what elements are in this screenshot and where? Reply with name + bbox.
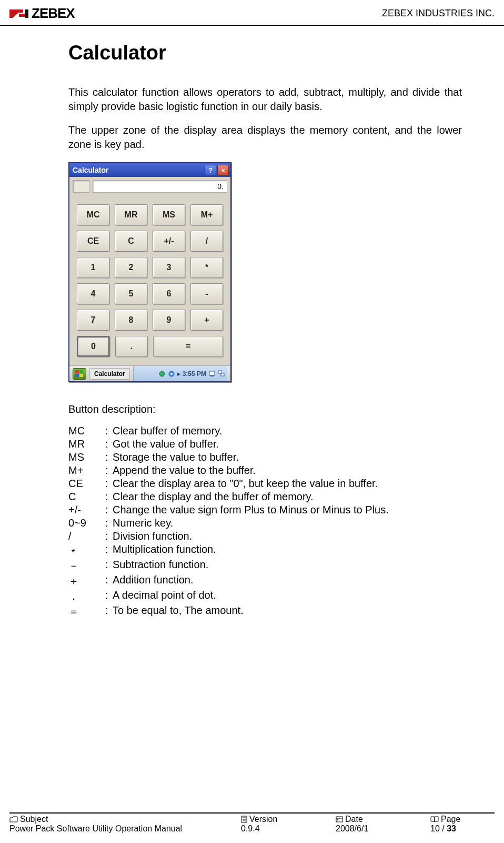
key-8[interactable]: 8 <box>115 310 147 331</box>
taskbar-clock: 3:55 PM <box>183 370 206 378</box>
taskbar: Calculator ▸ 3:55 PM <box>69 365 230 381</box>
tray-separator: ▸ <box>177 370 180 378</box>
svg-marker-2 <box>19 14 25 17</box>
description-heading: Button description: <box>68 403 462 415</box>
key-c[interactable]: C <box>115 231 147 252</box>
company-name: ZEBEX INDUSTRIES INC. <box>382 8 495 19</box>
desc-row: CE:Clear the display area to "0", but ke… <box>68 478 462 490</box>
calculator-window: Calculator ? × 0. MC MR MS M+ CE C +/- <box>68 162 231 382</box>
desc-row: +/-:Change the value sign form Plus to M… <box>68 504 462 516</box>
svg-marker-1 <box>17 9 23 13</box>
key-dot[interactable]: . <box>115 336 148 357</box>
key-3[interactable]: 3 <box>153 257 185 278</box>
footer-date-value: 2008/6/1 <box>336 824 430 834</box>
desc-row: ﹡:Multiplication function. <box>68 543 462 558</box>
svg-rect-7 <box>79 374 83 377</box>
intro-paragraph-1: This calculator function allows operator… <box>68 85 462 114</box>
key-plus[interactable]: + <box>190 310 223 331</box>
start-button[interactable] <box>73 368 86 380</box>
document-icon <box>241 816 247 823</box>
page-title: Calculator <box>68 42 462 64</box>
key-minus[interactable]: - <box>190 283 223 304</box>
calendar-icon <box>336 816 343 822</box>
logo-text: ZEBEX <box>32 5 75 22</box>
svg-rect-11 <box>209 371 215 375</box>
windows-flag-icon <box>75 370 84 378</box>
footer-subject-value: Power Pack Software Utility Operation Ma… <box>9 824 241 834</box>
svg-point-10 <box>170 373 173 375</box>
key-ms[interactable]: MS <box>153 204 185 225</box>
key-divide[interactable]: / <box>190 231 223 252</box>
key-4[interactable]: 4 <box>77 283 109 304</box>
logo: ZEBEX <box>9 5 75 22</box>
svg-rect-19 <box>336 817 342 822</box>
display-row: 0. <box>73 180 227 193</box>
close-button[interactable]: × <box>217 165 229 175</box>
tray-desktop-icon[interactable] <box>208 370 216 378</box>
svg-marker-3 <box>25 9 28 18</box>
footer-subject-label: Subject <box>9 815 241 824</box>
keypad: MC MR MS M+ CE C +/- / 1 2 3 * <box>73 202 227 362</box>
page-content: Calculator This calculator function allo… <box>0 26 504 619</box>
page-footer: Subject Version Date Page Power Pack Sof… <box>9 812 495 834</box>
key-multiply[interactable]: * <box>190 257 223 278</box>
key-mplus[interactable]: M+ <box>190 204 223 225</box>
key-6[interactable]: 6 <box>153 283 185 304</box>
description-list: MC:Clear buffer of memory. MR:Got the va… <box>68 425 462 619</box>
desc-row: MS:Storage the value to buffer. <box>68 451 462 463</box>
footer-page-label: Page <box>430 815 493 824</box>
key-mc[interactable]: MC <box>77 204 109 225</box>
desc-row: MC:Clear buffer of memory. <box>68 425 462 437</box>
key-5[interactable]: 5 <box>115 283 147 304</box>
svg-rect-4 <box>75 370 79 373</box>
key-ce[interactable]: CE <box>77 231 109 252</box>
key-9[interactable]: 9 <box>153 310 185 331</box>
desc-row: ．:A decimal point of dot. <box>68 589 462 603</box>
tray-volume-icon[interactable] <box>168 370 175 378</box>
footer-version-label: Version <box>241 815 336 824</box>
footer-version-value: 0.9.4 <box>241 824 336 834</box>
window-title: Calculator <box>73 166 204 174</box>
desc-row: ＋:Addition function. <box>68 574 462 588</box>
desc-row: /:Division function. <box>68 530 462 542</box>
svg-rect-21 <box>337 819 338 820</box>
desc-row: －:Subtraction function. <box>68 559 462 573</box>
svg-rect-14 <box>221 373 224 376</box>
calculator-body: 0. MC MR MS M+ CE C +/- / 1 2 3 <box>69 177 230 365</box>
desc-row: ＝:To be equal to, The amount. <box>68 604 462 619</box>
svg-rect-5 <box>79 370 83 373</box>
desc-row: M+:Append the value to the buffer. <box>68 464 462 477</box>
key-plusminus[interactable]: +/- <box>153 231 185 252</box>
key-7[interactable]: 7 <box>77 310 109 331</box>
desc-row: C:Clear the display and the buffer of me… <box>68 491 462 503</box>
folder-icon <box>9 816 18 822</box>
svg-rect-13 <box>218 371 221 373</box>
svg-point-8 <box>159 371 165 376</box>
titlebar: Calculator ? × <box>69 163 230 177</box>
intro-paragraph-2: The upper zone of the display area displ… <box>68 123 462 152</box>
key-mr[interactable]: MR <box>115 204 147 225</box>
key-0[interactable]: 0 <box>77 336 110 357</box>
system-tray: ▸ 3:55 PM <box>133 366 227 381</box>
desc-row: MR:Got the value of buffer. <box>68 438 462 450</box>
memory-indicator <box>73 180 89 193</box>
book-icon <box>430 816 439 822</box>
svg-rect-6 <box>75 374 79 377</box>
logo-mark-icon <box>9 7 28 20</box>
desc-row: 0~9:Numeric key. <box>68 517 462 529</box>
calculator-display: 0. <box>93 180 227 193</box>
footer-date-label: Date <box>336 815 430 824</box>
page-header: ZEBEX ZEBEX INDUSTRIES INC. <box>0 0 504 26</box>
help-button[interactable]: ? <box>205 165 216 175</box>
key-equals[interactable]: = <box>153 336 223 357</box>
key-1[interactable]: 1 <box>77 257 109 278</box>
tray-windows-icon[interactable] <box>218 370 225 378</box>
key-2[interactable]: 2 <box>115 257 147 278</box>
footer-page-value: 10 / 33 <box>430 824 493 834</box>
tray-network-icon[interactable] <box>158 370 166 378</box>
taskbar-app[interactable]: Calculator <box>89 368 130 380</box>
svg-rect-12 <box>210 375 214 376</box>
